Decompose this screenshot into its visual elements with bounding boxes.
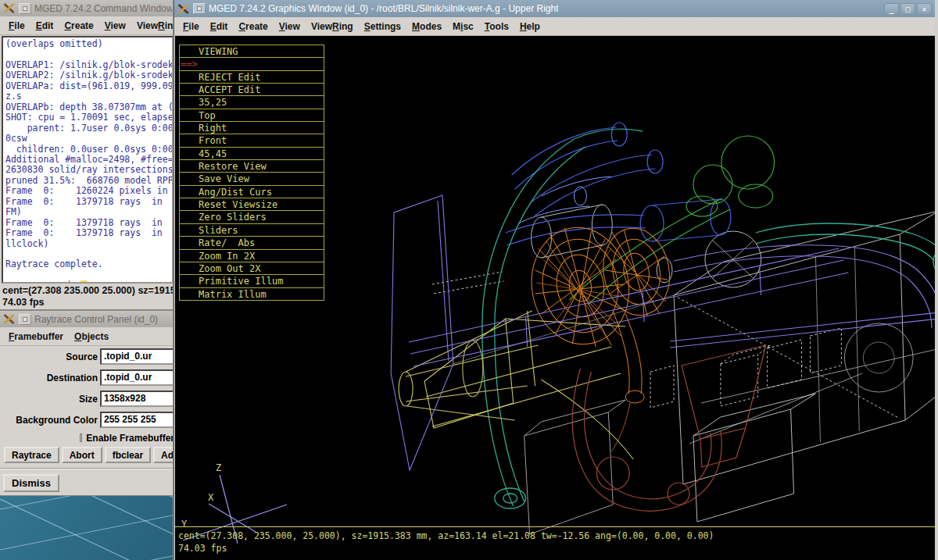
faceplate-menu-item[interactable]: 45,45	[180, 148, 324, 160]
axis-z-label: Z	[216, 462, 221, 473]
terminal-line: pruned 31.5%: 668760 model RPP	[5, 176, 172, 186]
menu-item[interactable]: Settings	[359, 21, 406, 32]
menu-item[interactable]: Create	[59, 20, 98, 31]
terminal-line: OVERLAP2: /silnik.g/blok-srodek	[5, 70, 172, 80]
enable-framebuffer-label: Enable Framebuffer	[86, 433, 174, 444]
raytrace-button-row: Raytrace Abort fbclear Advanced...	[0, 445, 174, 465]
mged-app-icon	[3, 2, 16, 14]
form-row: Destination .topid_0.ur	[0, 367, 174, 388]
terminal-line: Frame 0: 1379718 rays in	[5, 197, 172, 207]
faceplate-menu-item[interactable]: Ang/Dist Curs	[180, 186, 324, 198]
command-window-title: MGED 7.24.2 Command Window (id_0)	[34, 3, 172, 14]
terminal-line: SHOT: cpu = 1.70091 sec, elapse	[5, 112, 172, 123]
raytrace-panel-menubar: FramebufferObjects	[0, 327, 174, 346]
view-center-status: cent=(27.308 235.000 25.000) sz=1915.383	[2, 285, 175, 297]
faceplate-menu-item[interactable]: Primitive Illum	[180, 275, 324, 287]
terminal-line: 2630830 solid/ray intersections	[5, 165, 172, 175]
enable-framebuffer-row: Enable Framebuffer	[80, 430, 174, 445]
field-label: Size	[0, 394, 100, 405]
fbclear-button[interactable]: fbclear	[105, 447, 151, 463]
field-label: Source	[0, 351, 100, 362]
faceplate-menu-item[interactable]: Zoom In 2X	[180, 250, 324, 262]
faceplate-menu-item[interactable]: Save View	[180, 173, 324, 185]
faceplate-menu-item[interactable]: Zero Sliders	[180, 211, 324, 223]
menu-item[interactable]: ViewRing	[306, 21, 359, 32]
faceplate-menu-item[interactable]: REJECT Edit	[180, 71, 324, 84]
terminal-line: Raytrace complete.	[5, 259, 172, 269]
menu-item[interactable]: Create	[233, 21, 273, 32]
fps-status: 74.03 fps	[2, 297, 175, 309]
graphics-canvas[interactable]: VIEWING ==>BUTTON MENU REJECT EditACCEPT…	[175, 36, 935, 560]
terminal-line: FM)	[5, 207, 172, 217]
window-menu-button[interactable]	[19, 3, 31, 14]
menu-item[interactable]: File	[3, 20, 30, 31]
graphics-window: MGED 7.24.2 Graphics Window (id_0) - /ro…	[174, 0, 938, 560]
field-input[interactable]: 255 255 255	[100, 412, 174, 428]
faceplate-menu-active-item[interactable]: ==>BUTTON MENU	[180, 58, 324, 70]
window-control-button[interactable]: ✕	[917, 3, 932, 15]
terminal-line	[5, 49, 172, 59]
faceplate-menu-item[interactable]: Restore View	[180, 160, 324, 173]
menu-item[interactable]: Misc	[447, 21, 479, 32]
view-parameters-status: cent=(27.308, 235.000, 25.000), sz=1915.…	[178, 530, 714, 541]
raytrace-button[interactable]: Raytrace	[4, 447, 59, 463]
command-window-menubar: FileEditCreateViewViewRingSettings	[0, 16, 175, 35]
fps-status: 74.03 fps	[178, 543, 227, 554]
menu-item[interactable]: Objects	[69, 331, 114, 342]
faceplate-menu-item[interactable]: Reset Viewsize	[180, 198, 324, 211]
faceplate-menu-item[interactable]: Front	[180, 134, 324, 147]
faceplate-menu-item[interactable]: Matrix Illum	[180, 288, 324, 301]
menu-item[interactable]: View	[99, 20, 131, 31]
graphics-window-titlebar[interactable]: MGED 7.24.2 Graphics Window (id_0) - /ro…	[174, 0, 935, 17]
command-window-statusbar: cent=(27.308 235.000 25.000) sz=1915.383…	[0, 284, 175, 309]
axis-x-label: X	[208, 492, 213, 503]
field-input[interactable]: .topid_0.ur	[100, 348, 174, 365]
faceplate-menu-header: VIEWING	[180, 45, 324, 58]
menu-item[interactable]: Tools	[479, 21, 514, 32]
raytrace-panel-title: Raytrace Control Panel (id_0)	[34, 314, 158, 325]
terminal-line: OVERLAP1: /silnik.g/blok-srodek	[5, 60, 172, 70]
terminal-line: Additional #malloc=2498, #free=	[5, 155, 172, 165]
advanced-button[interactable]: Advanced...	[153, 447, 174, 463]
window-menu-button[interactable]	[19, 314, 31, 325]
window-control-button[interactable]: □	[900, 3, 915, 15]
command-terminal[interactable]: (overlaps omitted)OVERLAP1: /silnik.g/bl…	[2, 36, 174, 284]
faceplate-menu-item[interactable]: 35,25	[180, 96, 324, 109]
terminal-line: OVERLAPa: dist=(961.019, 999.09	[5, 81, 172, 91]
faceplate-menu-item[interactable]: Top	[180, 109, 324, 122]
dismiss-button[interactable]: Dismiss	[3, 474, 59, 492]
faceplate-menu-item[interactable]: Rate/ Abs	[180, 237, 324, 249]
faceplate-menu-item[interactable]: Zoom Out 2X	[180, 262, 324, 275]
field-label: Destination	[0, 373, 100, 383]
terminal-line: Frame 0: 1260224 pixels in	[5, 186, 172, 196]
menu-item[interactable]: File	[177, 21, 205, 32]
menu-item[interactable]: View	[274, 21, 306, 32]
menu-item[interactable]: Framebuffer	[3, 331, 69, 342]
raytrace-panel-titlebar[interactable]: Raytrace Control Panel (id_0)	[0, 311, 174, 327]
faceplate-menu-item[interactable]: ACCEPT Edit	[180, 84, 324, 96]
graphics-window-menubar: FileEditCreateViewViewRingSettingsModesM…	[174, 17, 935, 36]
window-control-button[interactable]: _	[884, 3, 899, 15]
field-label: Background Color	[0, 415, 100, 426]
faceplate-menu-item[interactable]: Sliders	[180, 224, 324, 237]
command-window: MGED 7.24.2 Command Window (id_0) FileEd…	[0, 0, 175, 309]
menu-item[interactable]: Edit	[205, 21, 234, 32]
window-menu-button[interactable]	[193, 3, 206, 14]
field-input[interactable]: 1358x928	[100, 391, 174, 407]
field-input[interactable]: .topid_0.ur	[100, 369, 174, 386]
terminal-line: OVERLAPb: depth 38.07307mm at (	[5, 102, 172, 112]
menu-item[interactable]: Edit	[30, 20, 59, 31]
terminal-prompt-line: mged>	[5, 270, 172, 284]
terminal-line: (overlaps omitted)	[5, 39, 172, 49]
form-row: Size 1358x928	[0, 388, 174, 409]
faceplate-separator-line	[175, 526, 935, 527]
menu-item[interactable]: Modes	[406, 21, 447, 32]
faceplate-menu-item[interactable]: Right	[180, 122, 324, 134]
abort-button[interactable]: Abort	[62, 447, 102, 463]
graphics-window-title: MGED 7.24.2 Graphics Window (id_0) - /ro…	[209, 3, 558, 14]
menu-item[interactable]: Help	[514, 21, 546, 32]
terminal-line: Frame 0: 1379718 rays in	[5, 228, 172, 238]
terminal-line: Frame 0: 1379718 rays in	[5, 218, 172, 228]
command-window-titlebar[interactable]: MGED 7.24.2 Command Window (id_0)	[0, 0, 175, 16]
enable-framebuffer-checkbox[interactable]	[80, 433, 82, 442]
